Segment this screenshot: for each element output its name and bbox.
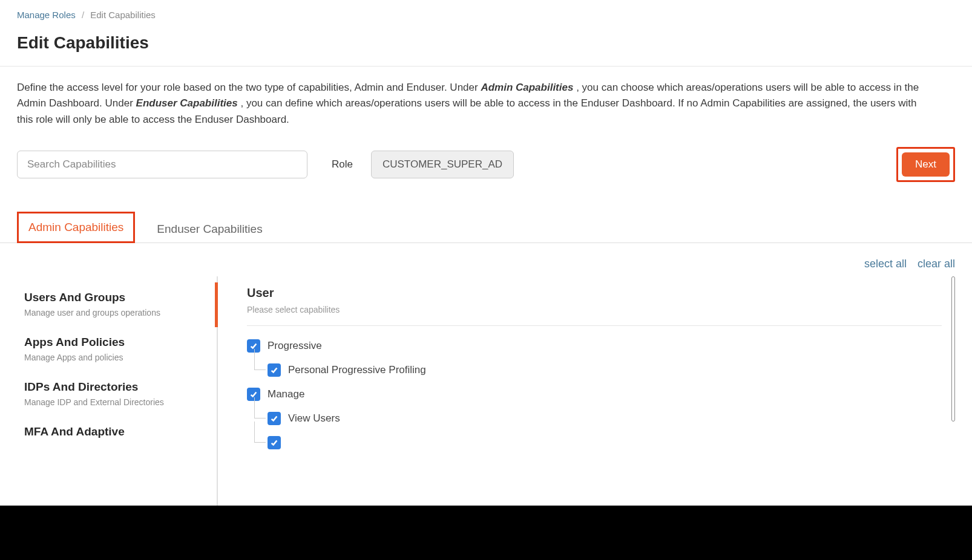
bulk-actions: select all clear all: [0, 243, 972, 276]
sidebar-item-apps-policies[interactable]: Apps And Policies Manage Apps and polici…: [24, 327, 217, 372]
breadcrumb-current: Edit Capabilities: [90, 10, 156, 20]
capability-label: Manage: [268, 388, 304, 400]
sidebar-item-title: MFA And Adaptive: [24, 425, 211, 438]
capabilities-area: Users And Groups Manage user and groups …: [0, 276, 972, 506]
divider: [247, 325, 942, 326]
section-title: User: [247, 286, 942, 300]
page-title: Edit Capabilities: [0, 25, 972, 66]
capability-view-users[interactable]: View Users: [268, 412, 942, 425]
capability-label: View Users: [288, 412, 340, 425]
sidebar-item-desc: Manage IDP and External Directories: [24, 397, 211, 407]
scrollbar[interactable]: [951, 276, 955, 422]
section-subtitle: Please select capabilites: [247, 305, 942, 314]
controls-row: Role CUSTOMER_SUPER_AD Next: [0, 141, 972, 194]
sidebar-item-title: Users And Groups: [24, 291, 211, 304]
search-input[interactable]: [17, 151, 307, 178]
sidebar-item-idps-directories[interactable]: IDPs And Directories Manage IDP and Exte…: [24, 372, 217, 417]
capability-detail: User Please select capabilites Progressi…: [218, 276, 960, 506]
role-label: Role: [332, 158, 353, 171]
role-value: CUSTOMER_SUPER_AD: [371, 151, 514, 178]
next-button[interactable]: Next: [902, 152, 950, 177]
breadcrumb: Manage Roles / Edit Capabilities: [0, 0, 972, 25]
sidebar-item-desc: Manage user and groups operations: [24, 308, 211, 317]
desc-text: Define the access level for your role ba…: [17, 82, 481, 93]
category-sidebar: Users And Groups Manage user and groups …: [24, 276, 218, 506]
tab-enduser-capabilities[interactable]: Enduser Capabilities: [147, 215, 272, 243]
breadcrumb-separator: /: [82, 10, 84, 20]
capability-label: Personal Progressive Profiling: [288, 364, 426, 376]
clear-all-link[interactable]: clear all: [918, 258, 955, 270]
sidebar-item-title: IDPs And Directories: [24, 380, 211, 394]
capability-personal-progressive-profiling[interactable]: Personal Progressive Profiling: [268, 363, 942, 377]
capability-progressive[interactable]: Progressive: [247, 339, 942, 353]
tabs: Admin Capabilities Enduser Capabilities: [0, 194, 972, 243]
sidebar-item-users-groups[interactable]: Users And Groups Manage user and groups …: [24, 282, 217, 327]
bottom-bar: [0, 506, 972, 560]
checkbox-icon[interactable]: [268, 363, 281, 377]
sidebar-item-desc: Manage Apps and policies: [24, 353, 211, 362]
next-button-highlight: Next: [896, 147, 955, 182]
sidebar-item-title: Apps And Policies: [24, 336, 211, 349]
desc-bold-admin: Admin Capabilities: [481, 82, 573, 93]
capability-partial[interactable]: [268, 436, 942, 449]
checkbox-icon[interactable]: [268, 412, 281, 425]
tab-admin-capabilities[interactable]: Admin Capabilities: [17, 212, 135, 243]
page-description: Define the access level for your role ba…: [0, 67, 944, 141]
select-all-link[interactable]: select all: [864, 258, 907, 270]
capability-tree: Progressive Personal Progressive Profili…: [247, 339, 942, 449]
capability-manage[interactable]: Manage: [247, 388, 942, 401]
sidebar-item-mfa-adaptive[interactable]: MFA And Adaptive: [24, 417, 217, 452]
capability-label: Progressive: [268, 340, 322, 352]
checkbox-icon[interactable]: [268, 436, 281, 449]
breadcrumb-parent-link[interactable]: Manage Roles: [17, 10, 76, 20]
desc-bold-enduser: Enduser Capabilities: [136, 97, 238, 109]
